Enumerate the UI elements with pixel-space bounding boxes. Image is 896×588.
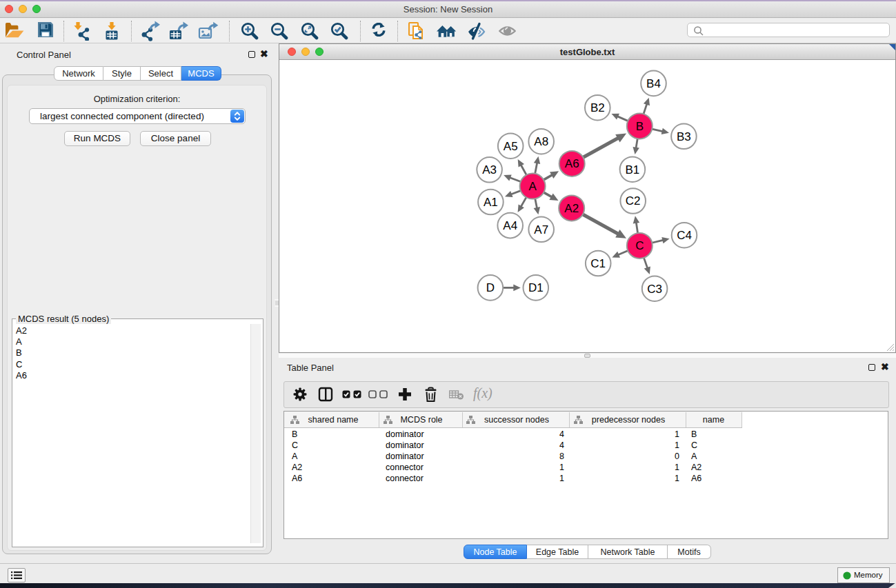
svg-text:C2: C2 <box>626 194 641 207</box>
svg-text:B3: B3 <box>677 130 691 143</box>
svg-text:B: B <box>636 120 644 133</box>
svg-text:C4: C4 <box>677 229 692 242</box>
svg-text:B4: B4 <box>646 77 661 90</box>
svg-text:A7: A7 <box>534 223 548 236</box>
svg-text:D1: D1 <box>528 281 544 294</box>
svg-text:A4: A4 <box>503 219 517 232</box>
svg-text:D: D <box>486 281 495 294</box>
svg-text:A3: A3 <box>482 163 497 176</box>
svg-text:B2: B2 <box>590 101 605 114</box>
svg-text:A6: A6 <box>565 157 579 170</box>
svg-text:B1: B1 <box>626 163 640 176</box>
svg-text:C1: C1 <box>590 257 606 270</box>
svg-text:A2: A2 <box>564 202 579 215</box>
svg-text:C3: C3 <box>647 283 662 296</box>
svg-text:A1: A1 <box>484 196 498 209</box>
svg-text:C: C <box>635 239 644 252</box>
svg-text:A: A <box>528 180 537 193</box>
svg-text:A5: A5 <box>504 140 518 153</box>
svg-text:A8: A8 <box>534 135 548 148</box>
